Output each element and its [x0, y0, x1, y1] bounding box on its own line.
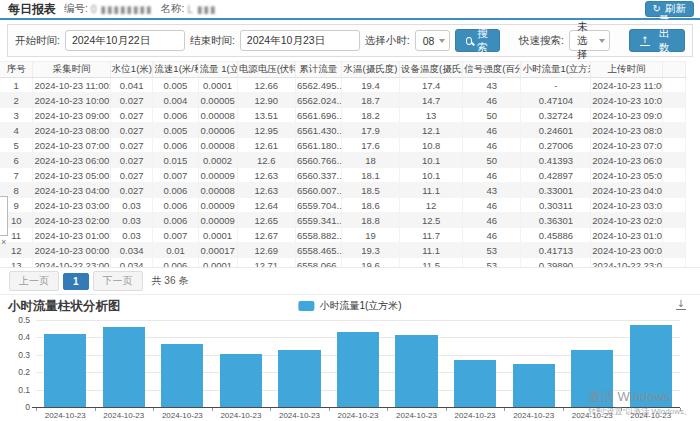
x-axis-tick-label: 2024-10-23 [36, 411, 95, 420]
table-row: 62024-10-23 06:00:000.0270.0150.000212.6… [0, 153, 686, 168]
table-cell: 46 [463, 198, 521, 213]
hour-select[interactable]: 08 [415, 30, 451, 51]
table-row: 132024-10-22 23:00:000.0340.0060.000112.… [0, 258, 686, 269]
table-cell: 0.005 [153, 123, 198, 138]
table-cell-spacer [662, 108, 685, 123]
table-cell: 0.00006 [198, 123, 237, 138]
bar-0[interactable] [44, 334, 86, 407]
table-cell: 46 [463, 228, 521, 243]
table-cell: 0.006 [153, 198, 198, 213]
table-cell: 10.1 [400, 153, 463, 168]
table-cell: 6 [0, 153, 33, 168]
table-cell: 6559.704... [295, 198, 341, 213]
table-cell: 0.005 [153, 78, 198, 93]
x-axis-tick-label: 2024-10-23 [621, 411, 680, 420]
table-row: 52024-10-23 07:00:000.0270.0060.0000812.… [0, 138, 686, 153]
table-cell: 0.41393 [521, 153, 591, 168]
bar-4[interactable] [278, 350, 320, 407]
bar-10[interactable] [630, 325, 672, 407]
table-cell: 0.004 [153, 93, 198, 108]
table-cell: 0.42897 [521, 168, 591, 183]
search-button-label: 搜索 [476, 27, 489, 55]
table-cell: 19 [341, 228, 399, 243]
x-axis-tick [329, 408, 330, 411]
x-axis-tick [153, 408, 154, 411]
report-number-label: 编号: [64, 2, 88, 16]
report-number: 编号: 0 ▮▮▮▮▮▮▮▮ [64, 2, 153, 16]
table-cell: 0.45886 [521, 228, 591, 243]
report-table: 序号 采集时间 水位1(米) 流速1(米/秒) 流量 1(立... 电源电压(伏… [0, 61, 686, 268]
col-header-flow-speed: 流速1(米/秒) [153, 62, 198, 78]
x-axis-tick [387, 408, 388, 411]
col-header-flow: 流量 1(立... [198, 62, 237, 78]
table-cell: 6561.696... [295, 108, 341, 123]
table-cell: 12.61 [237, 138, 295, 153]
x-axis-tick-label: 2024-10-23 [563, 411, 622, 420]
next-page-button[interactable]: 下一页 [93, 271, 143, 291]
filter-bar: 开始时间: 结束时间: 选择小时: 08 搜索 快速搜索: 未选择 ↑ 导出数据 [7, 24, 693, 57]
x-axis-tick-label: 2024-10-23 [504, 411, 563, 420]
table-cell: 50 [463, 153, 521, 168]
bar-6[interactable] [395, 335, 437, 407]
table-cell-spacer [662, 258, 685, 269]
table-cell: 18.5 [341, 183, 399, 198]
table-cell: 17.9 [341, 123, 399, 138]
table-cell: 4 [0, 123, 33, 138]
table-cell: 2024-10-23 02:00:00 [33, 213, 110, 228]
table-cell: 46 [463, 168, 521, 183]
table-cell: 2024-10-23 09:00:39 [591, 108, 662, 123]
table-cell: 0.00008 [198, 138, 237, 153]
table-cell: 0.01 [153, 243, 198, 258]
table-row: 32024-10-23 09:00:000.0270.0060.0000813.… [0, 108, 686, 123]
bar-3[interactable] [220, 354, 262, 407]
bar-8[interactable] [513, 364, 555, 407]
legend-item[interactable]: 小时流量1(立方米) [298, 299, 401, 313]
table-cell: 12.66 [237, 78, 295, 93]
bar-9[interactable] [571, 350, 613, 407]
export-data-button[interactable]: ↑ 导出数据 [629, 29, 685, 52]
start-time-input[interactable] [65, 30, 185, 51]
x-axis-tick [504, 408, 505, 411]
bar-5[interactable] [337, 332, 379, 407]
table-cell: 6558.066... [295, 258, 341, 269]
table-row: 102024-10-23 02:00:000.030.0060.0000912.… [0, 213, 686, 228]
table-cell: 2024-10-22 23:00:00 [33, 258, 110, 269]
table-row: 42024-10-23 08:00:000.0270.0050.0000612.… [0, 123, 686, 138]
bar-7[interactable] [454, 360, 496, 407]
table-row: 122024-10-23 00:00:000.0340.010.0001712.… [0, 243, 686, 258]
y-axis-tick-label: 0.5 [6, 315, 30, 325]
table-cell: 6558.882... [295, 228, 341, 243]
download-chart-icon[interactable]: ↓ [676, 299, 686, 310]
report-number-value: 0 [91, 4, 98, 15]
x-axis-tick [36, 408, 37, 411]
search-icon [466, 37, 472, 45]
table-cell: 0.03 [110, 198, 153, 213]
table-cell: 19.4 [341, 78, 399, 93]
table-cell: 0.32724 [521, 108, 591, 123]
top-bar: 每日报表 编号: 0 ▮▮▮▮▮▮▮▮ 名称: L ▮▮▮ ↻ 刷新 [0, 0, 700, 20]
search-button[interactable]: 搜索 [455, 29, 500, 52]
table-cell: 19.3 [341, 243, 399, 258]
table-cell: 2024-10-23 07:00:38 [591, 138, 662, 153]
gridline [36, 320, 680, 321]
table-cell: 2024-10-23 01:00:39 [591, 228, 662, 243]
report-table-wrapper: 序号 采集时间 水位1(米) 流速1(米/秒) 流量 1(立... 电源电压(伏… [0, 61, 700, 268]
table-cell: 5 [0, 138, 33, 153]
page-1-button[interactable]: 1 [63, 273, 89, 290]
bar-1[interactable] [103, 327, 145, 407]
table-cell: 0.027 [110, 168, 153, 183]
table-cell: 0.027 [110, 108, 153, 123]
table-cell: 6560.007... [295, 183, 341, 198]
table-cell: 0.0001 [198, 228, 237, 243]
table-cell-spacer [662, 168, 685, 183]
table-cell: 6558.465... [295, 243, 341, 258]
table-row: 72024-10-23 05:00:000.0270.0070.0000912.… [0, 168, 686, 183]
bar-2[interactable] [161, 344, 203, 407]
prev-page-button[interactable]: 上一页 [9, 271, 59, 291]
end-time-input[interactable] [240, 30, 360, 51]
table-cell: 10.8 [400, 138, 463, 153]
table-cell: 7 [0, 168, 33, 183]
quick-search-select[interactable]: 未选择 [569, 30, 610, 51]
table-cell-spacer [662, 183, 685, 198]
table-cell: 0.24601 [521, 123, 591, 138]
